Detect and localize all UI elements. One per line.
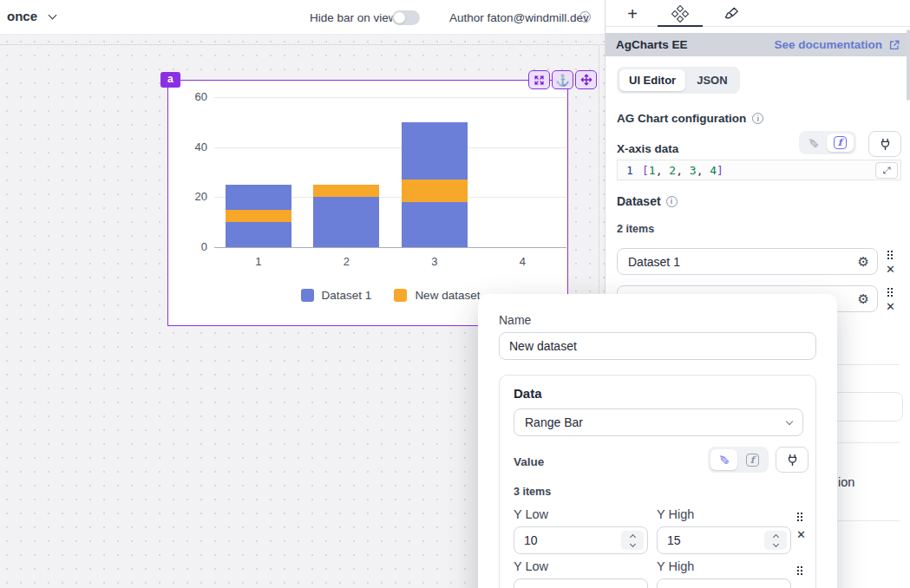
y-tick-label: 20	[173, 190, 207, 203]
config-info-icon[interactable]	[752, 113, 763, 124]
components-settings-tab[interactable]	[664, 4, 696, 23]
stepper-up-icon	[629, 533, 635, 539]
name-field[interactable]	[500, 333, 815, 359]
y-high-input[interactable]	[658, 579, 790, 588]
doc-link-label: See documentation	[774, 38, 882, 51]
drag-handle[interactable]	[796, 565, 803, 576]
data-type-select[interactable]: Range Bar	[514, 408, 803, 436]
x-tick-label: 1	[237, 255, 280, 268]
name-field-wrap	[499, 332, 816, 360]
xaxis-input-mode-segmented	[799, 131, 856, 154]
tab-json[interactable]: JSON	[687, 69, 737, 91]
brush-icon	[724, 6, 740, 22]
dataset-items-count: 2 items	[617, 223, 654, 235]
delete-dataset-icon[interactable]	[886, 300, 895, 313]
y-tick-label: 60	[173, 90, 207, 103]
anchor-icon	[555, 72, 569, 88]
y-low-input[interactable]	[514, 579, 647, 588]
xaxis-code-editor[interactable]: 1 [1, 2, 3, 4]	[617, 160, 901, 180]
chevron-down-icon	[786, 417, 793, 424]
drag-handle[interactable]	[887, 250, 894, 260]
run-mode-label: once	[7, 9, 37, 23]
agcharts-component[interactable]: a 02040601234Dataset 1New dataset	[167, 80, 568, 326]
dataset-name-input[interactable]	[618, 249, 877, 274]
move-handle-button[interactable]	[575, 70, 597, 89]
run-mode-dropdown[interactable]: once	[7, 9, 56, 23]
chevron-down-icon	[49, 10, 57, 19]
data-type-value: Range Bar	[525, 415, 583, 429]
see-documentation-link[interactable]: See documentation	[774, 38, 900, 51]
gridline	[214, 97, 566, 98]
drag-handle[interactable]	[796, 512, 803, 522]
function-icon	[834, 136, 847, 149]
expand-icon	[534, 75, 545, 86]
legend-label: Dataset 1	[322, 289, 372, 302]
app-editor: once Hide bar on view Author faton@windm…	[0, 0, 910, 588]
range-bar-series-2	[313, 185, 379, 197]
y-tick-label: 0	[173, 240, 207, 253]
drag-handle[interactable]	[887, 287, 894, 297]
y-high-input-wrap	[657, 526, 791, 554]
toggle-knob	[394, 12, 405, 23]
component-title: AgCharts EE	[616, 38, 688, 51]
component-header: AgCharts EE See documentation	[606, 33, 910, 56]
x-axis-line	[214, 247, 566, 248]
partial-section-label: ion	[838, 475, 854, 489]
active-tab-underline	[658, 25, 703, 27]
dataset-label-text: Dataset	[617, 194, 661, 208]
legend-label: New dataset	[415, 289, 480, 302]
config-label-text: AG Chart configuration	[617, 112, 746, 125]
chart-plot-area: 02040601234Dataset 1New dataset	[168, 81, 567, 325]
x-tick-label: 2	[324, 255, 368, 268]
delete-dataset-icon[interactable]	[886, 263, 895, 276]
component-id-badge[interactable]: a	[160, 72, 180, 88]
static-input-button[interactable]	[802, 134, 825, 152]
legend-item[interactable]: New dataset	[394, 289, 480, 302]
stepper-down-icon	[772, 540, 778, 546]
author-info-icon[interactable]	[579, 11, 591, 23]
value-items-count: 3 items	[514, 486, 551, 498]
xaxis-data-label: X-axis data	[617, 142, 678, 155]
legend-swatch	[394, 289, 407, 302]
connect-input-button[interactable]	[776, 447, 809, 473]
y-low-label: Y Low	[514, 507, 548, 521]
tab-ui-editor[interactable]: UI Editor	[619, 69, 685, 91]
plug-icon	[786, 454, 799, 467]
gear-icon[interactable]	[858, 291, 869, 307]
static-input-button[interactable]	[710, 449, 737, 470]
editor-mode-segmented: UI Editor JSON	[617, 67, 740, 94]
config-section-label: AG Chart configuration	[617, 112, 763, 125]
y-low-input-wrap	[514, 578, 648, 588]
value-label: Value	[514, 455, 544, 468]
bar-series-1	[313, 197, 379, 247]
hide-bar-toggle[interactable]	[392, 10, 420, 25]
connect-input-button[interactable]	[868, 131, 901, 157]
data-section-label: Data	[514, 386, 542, 401]
anchor-handle-button[interactable]	[552, 70, 573, 89]
y-tick-label: 40	[173, 140, 207, 154]
name-label: Name	[499, 313, 531, 327]
eval-input-button[interactable]	[739, 451, 766, 469]
dataset-settings-modal: Name Data Range Bar Value 3 it	[478, 294, 837, 588]
range-bar-series-2	[226, 210, 291, 222]
panel-scrollbar[interactable]	[907, 29, 910, 101]
delete-item-icon[interactable]	[796, 528, 806, 541]
dataset-info-icon[interactable]	[666, 196, 678, 207]
add-component-tab[interactable]	[617, 4, 648, 23]
y-high-input-wrap	[657, 578, 791, 588]
code-expand-button[interactable]	[875, 162, 898, 179]
y-high-label: Y High	[657, 507, 694, 521]
legend-item[interactable]: Dataset 1	[301, 289, 372, 302]
expand-handle-button[interactable]	[528, 70, 550, 89]
number-stepper[interactable]	[621, 531, 644, 550]
canvas-guide-horizontal	[0, 44, 605, 45]
number-stepper[interactable]	[764, 531, 787, 550]
components-icon	[672, 6, 688, 22]
plug-icon	[879, 138, 892, 151]
panel-tabs	[606, 0, 910, 27]
eval-input-button[interactable]	[827, 134, 854, 152]
dataset-section-label: Dataset	[617, 194, 678, 208]
styling-tab[interactable]	[717, 4, 748, 23]
external-link-icon	[888, 39, 900, 51]
gear-icon[interactable]	[858, 254, 869, 270]
